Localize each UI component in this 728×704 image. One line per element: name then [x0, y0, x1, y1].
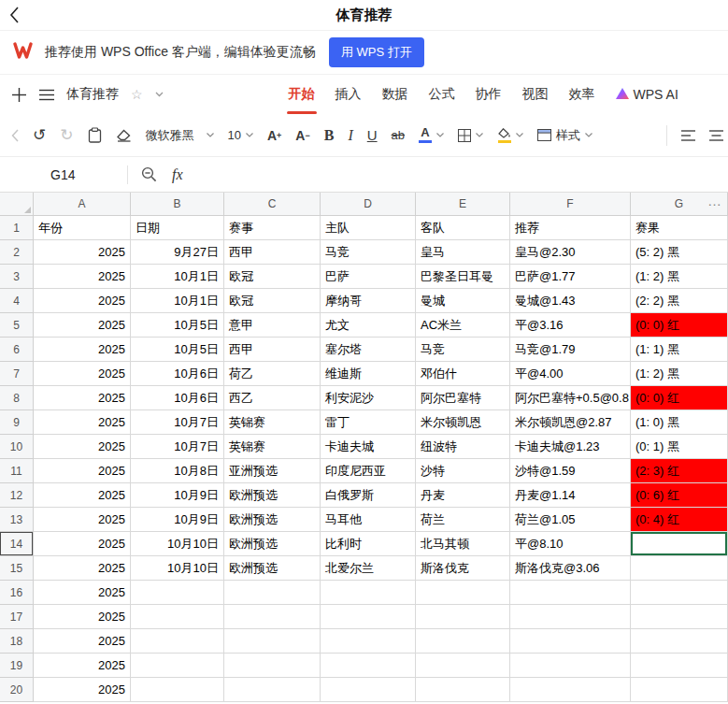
cell-G19[interactable] [631, 654, 728, 678]
cell-D19[interactable] [321, 654, 416, 678]
back-icon[interactable] [9, 7, 20, 23]
more-columns-icon[interactable]: … [707, 193, 722, 208]
cell-C19[interactable] [224, 654, 321, 678]
cell-A4[interactable]: 2025 [34, 289, 131, 313]
cell-D1[interactable]: 主队 [321, 216, 416, 240]
underline-button[interactable]: U [367, 127, 378, 143]
cell-D11[interactable]: 印度尼西亚 [321, 459, 416, 483]
strikethrough-button[interactable]: ab [392, 128, 405, 142]
row-header-14[interactable]: 14 [0, 532, 34, 556]
cell-E13[interactable]: 荷兰 [416, 508, 510, 532]
cell-A7[interactable]: 2025 [34, 362, 131, 386]
cell-B16[interactable] [131, 581, 224, 605]
cell-E18[interactable] [416, 629, 510, 654]
cell-B10[interactable]: 10月7日 [131, 435, 224, 459]
column-header-A[interactable]: A [34, 193, 131, 216]
cell-D2[interactable]: 马竞 [321, 240, 416, 265]
doc-title-chevron-down-icon[interactable] [155, 92, 164, 97]
cell-G20[interactable] [631, 678, 728, 702]
cell-B9[interactable]: 10月7日 [131, 410, 224, 435]
column-header-E[interactable]: E [416, 193, 510, 216]
cell-C20[interactable] [224, 678, 321, 702]
cell-G1[interactable]: 赛果 [631, 216, 728, 240]
cell-C17[interactable] [224, 605, 321, 629]
cell-F16[interactable] [510, 581, 631, 605]
zoom-icon[interactable] [141, 166, 157, 182]
cell-E5[interactable]: AC米兰 [416, 313, 510, 338]
cell-C4[interactable]: 欧冠 [224, 289, 321, 313]
tab-collaboration[interactable]: 协作 [474, 75, 504, 114]
cell-B20[interactable] [131, 678, 224, 702]
increase-font-size-button[interactable]: A+ [267, 128, 281, 143]
cell-D15[interactable]: 北爱尔兰 [321, 556, 416, 581]
cell-C16[interactable] [224, 581, 321, 605]
select-all-corner[interactable] [0, 193, 34, 216]
undo-icon[interactable]: ↺ [33, 127, 46, 143]
cell-D8[interactable]: 利安泥沙 [321, 386, 416, 410]
column-header-D[interactable]: D [321, 193, 416, 216]
cell-D14[interactable]: 比利时 [321, 532, 416, 556]
cell-F15[interactable]: 斯洛伐克@3.06 [510, 556, 631, 581]
cell-E10[interactable]: 纽波特 [416, 435, 510, 459]
row-header-12[interactable]: 12 [0, 483, 34, 508]
cell-A10[interactable]: 2025 [34, 435, 131, 459]
row-header-2[interactable]: 2 [0, 240, 34, 265]
cell-D12[interactable]: 白俄罗斯 [321, 483, 416, 508]
cell-D20[interactable] [321, 678, 416, 702]
cell-G6[interactable]: (1: 1) 黑 [631, 338, 728, 362]
redo-icon[interactable]: ↻ [60, 127, 73, 143]
cell-D7[interactable]: 维迪斯 [321, 362, 416, 386]
cell-B7[interactable]: 10月6日 [131, 362, 224, 386]
row-header-6[interactable]: 6 [0, 338, 34, 362]
cell-F20[interactable] [510, 678, 631, 702]
cell-A13[interactable]: 2025 [34, 508, 131, 532]
cell-F10[interactable]: 卡迪夫城@1.23 [510, 435, 631, 459]
column-header-B[interactable]: B [131, 193, 224, 216]
favorite-star-icon[interactable]: ☆ [131, 87, 143, 102]
cell-styles-dropdown[interactable]: 样式 [537, 127, 592, 144]
row-header-18[interactable]: 18 [0, 629, 34, 654]
cell-C7[interactable]: 荷乙 [224, 362, 321, 386]
cell-F3[interactable]: 巴萨@1.77 [510, 265, 631, 289]
collapse-toolbar-icon[interactable] [11, 129, 19, 142]
cell-C2[interactable]: 西甲 [224, 240, 321, 265]
cell-E1[interactable]: 客队 [416, 216, 510, 240]
row-header-5[interactable]: 5 [0, 313, 34, 338]
cell-G16[interactable] [631, 581, 728, 605]
new-plus-icon[interactable] [11, 87, 27, 103]
cell-E9[interactable]: 米尔顿凯恩 [416, 410, 510, 435]
tab-view[interactable]: 视图 [521, 75, 550, 114]
cell-F19[interactable] [510, 654, 631, 678]
decrease-font-size-button[interactable]: A− [295, 128, 309, 143]
cell-F12[interactable]: 丹麦@1.14 [510, 483, 631, 508]
cell-G14[interactable] [631, 532, 728, 556]
cell-E11[interactable]: 沙特 [416, 459, 510, 483]
cell-C11[interactable]: 亚洲预选 [224, 459, 321, 483]
cell-C10[interactable]: 英锦赛 [224, 435, 321, 459]
cell-E16[interactable] [416, 581, 510, 605]
cell-B2[interactable]: 9月27日 [131, 240, 224, 265]
row-header-3[interactable]: 3 [0, 265, 34, 289]
cell-C14[interactable]: 欧洲预选 [224, 532, 321, 556]
row-header-15[interactable]: 15 [0, 556, 34, 581]
clear-format-eraser-icon[interactable] [116, 128, 132, 142]
cell-G18[interactable] [631, 629, 728, 654]
cell-F5[interactable]: 平@3.16 [510, 313, 631, 338]
cell-A1[interactable]: 年份 [34, 216, 131, 240]
cell-C1[interactable]: 赛事 [224, 216, 321, 240]
cell-D17[interactable] [321, 605, 416, 629]
cell-B3[interactable]: 10月1日 [131, 265, 224, 289]
cell-C15[interactable]: 欧洲预选 [224, 556, 321, 581]
cell-G3[interactable]: (1: 2) 黑 [631, 265, 728, 289]
cell-B17[interactable] [131, 605, 224, 629]
row-header-19[interactable]: 19 [0, 654, 34, 678]
cell-C5[interactable]: 意甲 [224, 313, 321, 338]
cell-A15[interactable]: 2025 [34, 556, 131, 581]
cell-F2[interactable]: 皇马@2.30 [510, 240, 631, 265]
row-header-20[interactable]: 20 [0, 678, 34, 702]
cell-A18[interactable]: 2025 [34, 629, 131, 654]
cell-D3[interactable]: 巴萨 [321, 265, 416, 289]
cell-reference-box[interactable]: G14 [50, 167, 99, 182]
hamburger-menu-icon[interactable] [39, 89, 54, 101]
cell-A12[interactable]: 2025 [34, 483, 131, 508]
